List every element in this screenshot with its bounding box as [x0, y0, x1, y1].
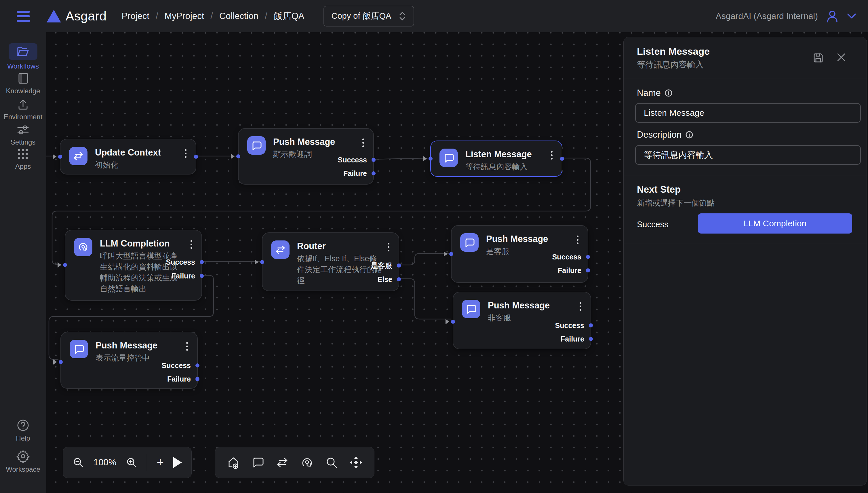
- add-home-node-button[interactable]: [227, 456, 240, 469]
- input-port[interactable]: [236, 154, 240, 158]
- node-push-message-no[interactable]: Push Message 非客服 Success Failure: [453, 292, 591, 349]
- node-subtitle: 是客服: [486, 246, 548, 257]
- name-input[interactable]: [635, 103, 861, 123]
- name-label: Name: [637, 88, 673, 98]
- zoom-in-button[interactable]: [126, 457, 137, 468]
- panel-divider: [624, 243, 867, 244]
- input-port[interactable]: [59, 360, 63, 364]
- llm-icon: [74, 238, 92, 256]
- fit-view-button[interactable]: [349, 456, 363, 469]
- node-push-message-yes[interactable]: Push Message 是客服 Success Failure: [451, 225, 588, 283]
- output-port-failure[interactable]: [200, 274, 204, 278]
- edge-arrowhead-icon: [53, 154, 57, 159]
- breadcrumb-collection[interactable]: Collection: [219, 11, 259, 21]
- panel-divider: [624, 79, 867, 79]
- node-subtitle: 初始化: [95, 159, 161, 170]
- message-icon: [460, 233, 478, 252]
- description-input[interactable]: [635, 145, 861, 165]
- breadcrumb-project[interactable]: Project: [121, 11, 149, 21]
- node-update-context[interactable]: Update Context 初始化: [60, 139, 196, 174]
- output-port[interactable]: [560, 157, 564, 161]
- sidebar-item-workflows[interactable]: Workflows: [0, 43, 46, 70]
- logo-triangle-icon: [47, 10, 61, 22]
- node-title: Update Context: [95, 147, 161, 158]
- node-push-message-flow[interactable]: Push Message 表示流量控管中 Success Failure: [61, 332, 198, 389]
- output-port-success[interactable]: [200, 260, 204, 264]
- input-port[interactable]: [58, 155, 62, 159]
- input-port[interactable]: [428, 157, 432, 161]
- node-menu-button[interactable]: [185, 341, 189, 352]
- node-menu-button[interactable]: [184, 148, 188, 159]
- output-port-failure[interactable]: [586, 269, 590, 273]
- node-llm-completion[interactable]: LLM Completion 呼叫大型語言模型並產生結構化的資料輸出以輔助流程的…: [65, 230, 202, 301]
- close-icon[interactable]: [836, 52, 846, 64]
- node-title: LLM Completion: [100, 238, 182, 250]
- edge-arrowhead-icon: [58, 262, 61, 267]
- run-button[interactable]: [173, 457, 182, 468]
- node-menu-button[interactable]: [576, 234, 580, 245]
- output-port-failure[interactable]: [195, 377, 199, 381]
- sidebar-item-apps[interactable]: Apps: [0, 148, 46, 170]
- node-menu-button[interactable]: [386, 242, 391, 253]
- input-port[interactable]: [451, 320, 455, 324]
- output-port-success[interactable]: [586, 255, 590, 259]
- node-menu-button[interactable]: [578, 301, 582, 312]
- sidebar-item-workspace[interactable]: Workspace: [0, 449, 46, 473]
- node-router[interactable]: Router 依據If、Else If、Else條件決定工作流程執行的路徑 是客…: [262, 232, 399, 291]
- swap-arrows-icon: [271, 240, 290, 259]
- save-button[interactable]: [813, 52, 824, 65]
- node-subtitle: 呼叫大型語言模型並產生結構化的資料輸出以輔助流程的決策或生成自然語言輸出: [100, 251, 182, 294]
- sidebar-item-environment[interactable]: Environment: [0, 98, 46, 121]
- zoom-out-button[interactable]: [72, 457, 84, 468]
- asgard-logo[interactable]: Asgard: [47, 9, 107, 23]
- output-port-success[interactable]: [195, 363, 199, 367]
- menu-icon[interactable]: [17, 10, 30, 22]
- add-button[interactable]: +: [157, 456, 164, 469]
- node-title: Push Message: [488, 300, 550, 311]
- next-step-target-button[interactable]: LLM Completion: [698, 213, 852, 234]
- output-label-success: Success: [555, 321, 584, 330]
- node-subtitle: 顯示歡迎詞: [273, 149, 335, 160]
- app-root: Asgard Project / MyProject / Collection …: [0, 0, 868, 493]
- user-icon[interactable]: [825, 9, 839, 23]
- add-swap-node-button[interactable]: [276, 457, 289, 468]
- chevron-down-icon[interactable]: [847, 13, 856, 19]
- output-label-success: Success: [162, 361, 191, 370]
- input-port[interactable]: [260, 260, 264, 264]
- node-menu-button[interactable]: [361, 137, 365, 148]
- next-step-title: Next Step: [637, 184, 681, 195]
- input-port[interactable]: [449, 252, 453, 256]
- panel-divider: [624, 175, 867, 175]
- output-port-else[interactable]: [397, 277, 401, 281]
- node-menu-button[interactable]: [550, 150, 554, 161]
- output-port-success[interactable]: [589, 323, 593, 327]
- breadcrumb-myproject[interactable]: MyProject: [164, 11, 204, 21]
- breadcrumb-workflow[interactable]: 飯店QA: [274, 10, 305, 22]
- gear-icon: [16, 449, 30, 463]
- sidebar-item-knowledge[interactable]: Knowledge: [0, 72, 46, 95]
- workflow-version-select[interactable]: Copy of 飯店QA: [324, 6, 415, 26]
- node-listen-message[interactable]: Listen Message 等待訊息內容輸入: [430, 141, 562, 177]
- sidebar-item-help[interactable]: Help: [0, 419, 46, 442]
- output-port-failure[interactable]: [372, 171, 376, 175]
- output-port-yes[interactable]: [397, 263, 401, 267]
- sidebar-item-settings[interactable]: Settings: [0, 123, 46, 146]
- node-push-message-welcome[interactable]: Push Message 顯示歡迎詞 Success Failure: [238, 128, 374, 185]
- message-icon: [462, 300, 480, 318]
- input-port[interactable]: [63, 263, 67, 267]
- output-port-success[interactable]: [372, 158, 376, 162]
- description-label: Description: [637, 130, 694, 140]
- search-button[interactable]: [325, 456, 338, 469]
- add-message-node-button[interactable]: [251, 456, 264, 469]
- zoom-toolbar: 100% +: [63, 447, 192, 478]
- edge-arrowhead-icon: [255, 259, 259, 265]
- node-title: Push Message: [273, 136, 335, 148]
- node-menu-button[interactable]: [190, 239, 194, 250]
- add-llm-node-button[interactable]: [301, 456, 314, 469]
- output-port-failure[interactable]: [589, 337, 593, 341]
- swap-arrows-icon: [69, 147, 88, 165]
- node-palette-toolbar: [215, 447, 374, 478]
- unfold-chevrons-icon: [399, 11, 406, 21]
- output-port[interactable]: [194, 155, 198, 159]
- message-icon: [247, 136, 266, 155]
